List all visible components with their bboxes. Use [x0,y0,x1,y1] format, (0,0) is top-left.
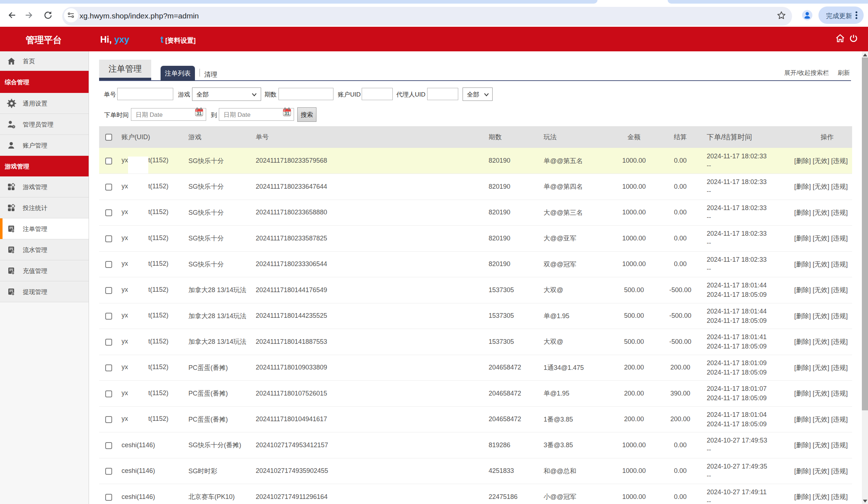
svg-text:31: 31 [197,111,202,116]
svg-text:31: 31 [285,111,290,116]
